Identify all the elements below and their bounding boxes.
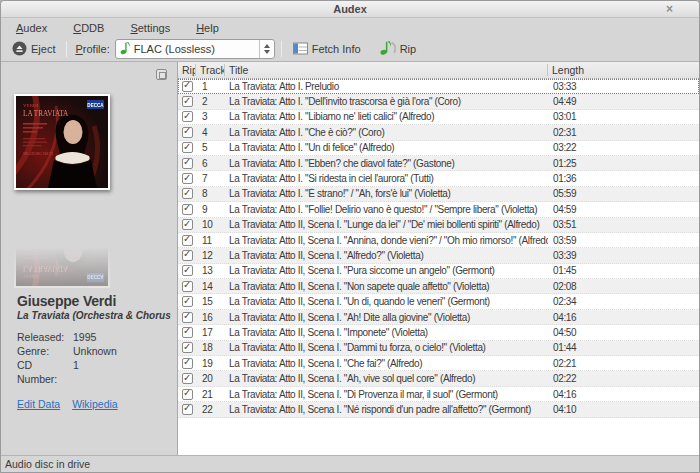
menu-bar: AudexCDDBSettingsHelp [1, 18, 699, 37]
cover-title-text: LA TRAVIATA [23, 110, 69, 118]
track-title: La Traviata: Atto II, Scena I. "Che fai?… [225, 358, 548, 369]
table-row[interactable]: 22La Traviata: Atto II, Scena I. "Né ris… [178, 402, 699, 417]
rip-checkbox[interactable] [182, 404, 193, 415]
column-header-rip[interactable]: Rip [178, 64, 196, 76]
track-length: 04:16 [548, 312, 699, 323]
rip-label: Rip [400, 43, 417, 55]
rip-checkbox[interactable] [182, 342, 193, 353]
rip-checkbox[interactable] [182, 111, 193, 122]
profile-spinner[interactable] [259, 40, 274, 58]
spin-up-icon [264, 44, 270, 48]
table-row[interactable]: 7La Traviata: Atto I. "Si ridesta in cie… [178, 171, 699, 186]
table-row[interactable]: 19La Traviata: Atto II, Scena I. "Che fa… [178, 356, 699, 371]
rip-button[interactable]: Rip [374, 38, 422, 60]
table-row[interactable]: 13La Traviata: Atto II, Scena I. "Pura s… [178, 264, 699, 279]
rip-checkbox[interactable] [182, 358, 193, 369]
cover-conductor-text: SIR GEORG SOLTI [23, 152, 53, 156]
table-body: 1La Traviata: Atto I. Preludio03:332La T… [178, 79, 699, 418]
track-length: 03:33 [548, 81, 699, 92]
table-row[interactable]: 14La Traviata: Atto II, Scena I. "Non sa… [178, 279, 699, 294]
track-title: La Traviata: Atto II, Scena I. "Imponete… [225, 327, 548, 338]
table-row[interactable]: 10La Traviata: Atto II, Scena I. "Lunge … [178, 218, 699, 233]
rip-checkbox[interactable] [182, 327, 193, 338]
table-row[interactable]: 9La Traviata: Atto I. "Follie! Delirio v… [178, 202, 699, 217]
track-length: 03:51 [548, 219, 699, 230]
rip-checkbox[interactable] [182, 219, 193, 230]
track-number: 3 [196, 111, 225, 122]
track-length: 04:50 [548, 327, 699, 338]
fetch-info-button[interactable]: Fetch Info [288, 40, 366, 59]
eject-label: Eject [31, 43, 55, 55]
track-title: La Traviata: Atto I. Preludio [225, 81, 548, 92]
table-row[interactable]: 5La Traviata: Atto I. "Un di felice" (Al… [178, 141, 699, 156]
menu-cddb[interactable]: CDDB [66, 20, 111, 36]
column-header-title[interactable]: Title [225, 64, 548, 76]
table-row[interactable]: 1La Traviata: Atto I. Preludio03:33 [178, 79, 699, 94]
track-length: 05:59 [548, 188, 699, 199]
rip-checkbox[interactable] [182, 188, 193, 199]
track-number: 5 [196, 142, 225, 153]
table-row[interactable]: 8La Traviata: Atto I. "È strano!" / "Ah,… [178, 187, 699, 202]
rip-checkbox[interactable] [182, 281, 193, 292]
track-length: 01:44 [548, 342, 699, 353]
track-number: 21 [196, 389, 225, 400]
wikipedia-link[interactable]: Wikipedia [72, 398, 118, 410]
track-length: 02:31 [548, 127, 699, 138]
eject-button[interactable]: Eject [7, 39, 60, 60]
track-title: La Traviata: Atto II, Scena I. "Ah, vive… [225, 373, 548, 384]
track-length: 03:22 [548, 142, 699, 153]
table-row[interactable]: 6La Traviata: Atto I. "Ebben? che diavol… [178, 156, 699, 171]
table-row[interactable]: 11La Traviata: Atto II, Scena I. "Annina… [178, 233, 699, 248]
table-row[interactable]: 21La Traviata: Atto II, Scena I. "Di Pro… [178, 387, 699, 402]
column-header-track[interactable]: Track [196, 64, 225, 76]
status-text: Audio disc in drive [5, 458, 90, 470]
table-row[interactable]: 16La Traviata: Atto II, Scena I. "Ah! Di… [178, 310, 699, 325]
menu-help[interactable]: Help [189, 20, 226, 36]
track-length: 03:01 [548, 111, 699, 122]
table-header[interactable]: RipTrackTitleLength [178, 62, 699, 79]
rip-checkbox[interactable] [182, 389, 193, 400]
close-icon[interactable]: × [666, 2, 673, 17]
genre-label: Genre: [17, 344, 73, 358]
rip-checkbox[interactable] [182, 142, 193, 153]
rip-checkbox[interactable] [182, 373, 193, 384]
table-row[interactable]: 3La Traviata: Atto I. "Libiamo ne' lieti… [178, 110, 699, 125]
title-bar[interactable]: Audex × [1, 1, 699, 18]
rip-checkbox[interactable] [182, 173, 193, 184]
rip-checkbox[interactable] [182, 204, 193, 215]
column-header-length[interactable]: Length [548, 64, 699, 76]
rip-checkbox[interactable] [182, 158, 193, 169]
table-row[interactable]: 18La Traviata: Atto II, Scena I. "Dammi … [178, 341, 699, 356]
table-row[interactable]: 4La Traviata: Atto I. "Che è ciò?" (Coro… [178, 125, 699, 140]
menu-settings[interactable]: Settings [123, 20, 177, 36]
cd-number-value: 1 [73, 358, 171, 386]
album-panel: DECCA VERDI LA TRAVIATA SIR GEORG SOLTI … [1, 62, 178, 455]
float-panel-icon[interactable] [156, 69, 167, 80]
table-row[interactable]: 2La Traviata: Atto I. "Dell'invito trasc… [178, 94, 699, 109]
profile-select[interactable]: FLAC (Lossless) [115, 39, 275, 59]
rip-checkbox[interactable] [182, 250, 193, 261]
rip-checkbox[interactable] [182, 96, 193, 107]
rip-checkbox[interactable] [182, 265, 193, 276]
track-number: 9 [196, 204, 225, 215]
table-row[interactable]: 12La Traviata: Atto II, Scena I. "Alfred… [178, 248, 699, 263]
table-row[interactable]: 17La Traviata: Atto II, Scena I. "Impone… [178, 325, 699, 340]
track-number: 15 [196, 296, 225, 307]
rip-checkbox[interactable] [182, 296, 193, 307]
album-cover: DECCA VERDI LA TRAVIATA SIR GEORG SOLTI [14, 94, 110, 190]
released-value: 1995 [73, 330, 171, 344]
album-metadata: Released: 1995 Genre: Unknown CD Number:… [17, 330, 171, 386]
table-row[interactable]: 20La Traviata: Atto II, Scena I. "Ah, vi… [178, 371, 699, 386]
rip-checkbox[interactable] [182, 312, 193, 323]
track-number: 7 [196, 173, 225, 184]
rip-checkbox[interactable] [182, 127, 193, 138]
eject-icon [12, 41, 27, 58]
table-row[interactable]: 15La Traviata: Atto II, Scena I. "Un di,… [178, 294, 699, 309]
track-title: La Traviata: Atto I. "Si ridesta in ciel… [225, 173, 548, 184]
audex-window: Audex × AudexCDDBSettingsHelp Eject Prof… [0, 0, 700, 473]
edit-data-link[interactable]: Edit Data [17, 398, 60, 410]
rip-checkbox[interactable] [182, 81, 193, 92]
menu-audex[interactable]: Audex [9, 20, 54, 36]
track-title: La Traviata: Atto II, Scena I. "Né rispo… [225, 404, 548, 415]
rip-checkbox[interactable] [182, 235, 193, 246]
